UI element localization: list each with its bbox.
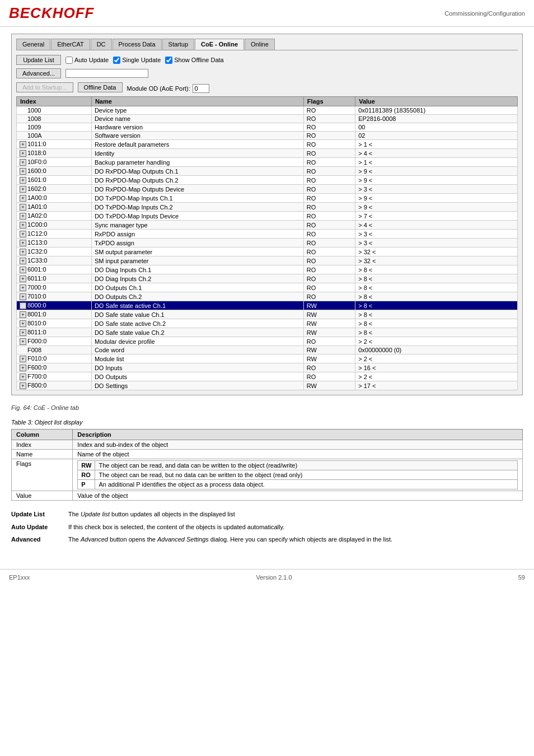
name-value: DO Safe state value Ch.1 [91,310,303,319]
single-update-checkbox[interactable] [113,57,120,64]
single-update-checkbox-label[interactable]: Single Update [113,57,161,64]
table-row[interactable]: +8011:0DO Safe state value Ch.2RW> 8 < [17,328,518,337]
table-row[interactable]: +7010:0DO Outputs Ch.2RO> 8 < [17,292,518,301]
table-row[interactable]: +1600:0DO RxPDO-Map Outputs Ch.1RO> 9 < [17,167,518,176]
table-row[interactable]: +1A00:0DO TxPDO-Map Inputs Ch.1RO> 9 < [17,194,518,203]
show-offline-checkbox[interactable] [165,57,172,64]
add-to-startup-button[interactable]: Add to Startup... [16,82,73,92]
expand-button[interactable]: + [20,267,26,273]
name-value: DO Outputs Ch.1 [91,283,303,292]
module-od-input[interactable] [193,84,209,93]
auto-update-checkbox[interactable] [65,57,73,64]
table-row[interactable]: +F600:0DO InputsRO> 16 < [17,363,518,372]
flags-value: RO [303,283,355,292]
expand-button[interactable]: + [20,311,26,318]
advanced-button[interactable]: Advanced... [16,68,61,78]
table-row[interactable]: +1A01:0DO TxPDO-Map Inputs Ch.2RO> 9 < [17,203,518,212]
flags-value: RO [303,265,355,274]
table-row[interactable]: 1000Device typeRO0x01181389 (18355081) [17,106,518,115]
table-row[interactable]: +1011:0Restore default parametersRO> 1 < [17,140,518,149]
name-value: SM input parameter [91,256,303,265]
expand-button[interactable]: + [20,204,26,211]
table-row[interactable]: +8001:0DO Safe state value Ch.1RW> 8 < [17,310,518,319]
expand-button[interactable]: + [20,284,26,291]
update-list-button[interactable]: Update List [16,55,61,65]
tab-ethercat[interactable]: EtherCAT [51,39,90,50]
flags-p-row: P An additional P identifies the object … [78,480,518,489]
name-value: DO Safe state active Ch.2 [91,319,303,328]
table-row[interactable]: +1C12:0RxPDO assignRO> 3 < [17,230,518,239]
table-row[interactable]: +7000:0DO Outputs Ch.1RO> 8 < [17,283,518,292]
tab-startup[interactable]: Startup [162,39,194,50]
expand-button[interactable]: + [20,195,26,202]
auto-update-checkbox-label[interactable]: Auto Update [65,57,109,64]
expand-button[interactable]: + [20,231,26,237]
expand-button[interactable]: + [20,141,26,148]
table-row[interactable]: −8000:0DO Safe state active Ch.1RW> 8 < [17,301,518,310]
show-offline-checkbox-label[interactable]: Show Offline Data [165,57,223,64]
expand-button[interactable]: + [20,177,26,184]
expand-button[interactable]: + [20,338,26,345]
expand-button[interactable]: + [20,382,26,389]
table-row[interactable]: +6001:0DO Diag Inputs Ch.1RO> 8 < [17,265,518,274]
desc-section: Update List The Update list button updat… [11,510,523,544]
table-row[interactable]: +1A02:0DO TxPDO-Map Inputs DeviceRO> 7 < [17,212,518,221]
table-row[interactable]: +1601:0DO RxPDO-Map Outputs Ch.2RO> 9 < [17,176,518,185]
expand-button[interactable]: + [20,356,26,362]
expand-button[interactable]: + [20,213,26,220]
advanced-input[interactable] [65,69,148,78]
tab-process-data[interactable]: Process Data [113,39,162,50]
table-row[interactable]: +10F0:0Backup parameter handlingRO> 1 < [17,158,518,167]
table-row[interactable]: +F010:0Module listRW> 2 < [17,354,518,363]
table-row[interactable]: 1009Hardware versionRO00 [17,123,518,132]
name-value: Restore default parameters [91,140,303,149]
index-value: 1000 [27,107,41,114]
expand-button[interactable]: + [20,249,26,255]
flags-value: RO [303,363,355,372]
table-row[interactable]: +F000:0Modular device profileRO> 2 < [17,337,518,346]
table-row[interactable]: +1C13:0TxPDO assignRO> 3 < [17,239,518,248]
module-od-row: Module OD (AoE Port): [127,84,209,93]
expand-button[interactable]: + [20,320,26,327]
expand-button[interactable]: + [20,240,26,246]
table-row[interactable]: +1018:0IdentityRO> 4 < [17,149,518,158]
value-cell: > 32 < [355,256,518,265]
offline-data-button[interactable]: Offline Data [78,82,123,92]
table-row[interactable]: 1008Device nameROEP2816-0008 [17,115,518,123]
value-cell: > 7 < [355,212,518,221]
expand-button[interactable]: + [20,276,26,282]
tab-online[interactable]: Online [245,39,275,50]
index-value: 6001:0 [27,266,46,273]
expand-button[interactable]: − [20,302,26,309]
expand-button[interactable]: + [20,222,26,228]
expand-button[interactable]: + [20,159,26,166]
table-row[interactable]: +F800:0DO SettingsRW> 17 < [17,381,518,390]
table-row[interactable]: 100ASoftware versionRO02 [17,132,518,140]
table-row[interactable]: +F700:0DO OutputsRO> 2 < [17,372,518,381]
tab-coe-online[interactable]: CoE - Online [195,39,244,50]
expand-button[interactable]: + [20,168,26,175]
table-row[interactable]: +8010:0DO Safe state active Ch.2RW> 8 < [17,319,518,328]
index-value: 1009 [27,124,41,130]
page-footer: EP1xxx Version 2.1.0 59 [0,569,534,585]
name-value: Backup parameter handling [91,158,303,167]
table-row[interactable]: +1C00:0Sync manager typeRO> 4 < [17,221,518,230]
expand-button[interactable]: + [20,258,26,264]
expand-button[interactable]: + [20,293,26,300]
expand-button[interactable]: + [20,365,26,371]
table-row[interactable]: +6011:0DO Diag Inputs Ch.2RO> 8 < [17,274,518,283]
tab-dc[interactable]: DC [91,39,112,50]
value-cell: > 8 < [355,319,518,328]
flags-value: RW [303,310,355,319]
expand-button[interactable]: + [20,150,26,157]
index-value: 1A00:0 [27,194,47,201]
expand-button[interactable]: + [20,329,26,336]
table-row[interactable]: +1C33:0SM input parameterRO> 32 < [17,256,518,265]
index-value: F010:0 [27,355,46,362]
expand-button[interactable]: + [20,374,26,380]
table-row[interactable]: +1602:0DO RxPDO-Map Outputs DeviceRO> 3 … [17,185,518,194]
table-row[interactable]: F008Code wordRW0x00000000 (0) [17,346,518,354]
table-row[interactable]: +1C32:0SM output parameterRO> 32 < [17,248,518,256]
tab-general[interactable]: General [16,39,50,50]
expand-button[interactable]: + [20,186,26,193]
